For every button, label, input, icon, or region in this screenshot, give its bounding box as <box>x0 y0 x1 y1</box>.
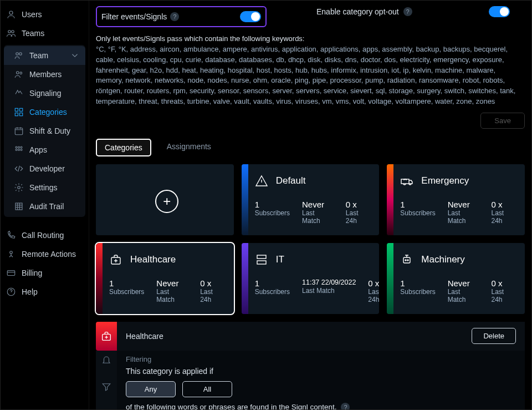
svg-rect-21 <box>7 271 15 276</box>
card-stripe <box>387 164 393 235</box>
stat-label: Last 24h <box>200 288 225 303</box>
svg-rect-10 <box>20 113 23 116</box>
tab-categories[interactable]: Categories <box>96 139 151 156</box>
ai-tab[interactable]: AI <box>103 408 110 409</box>
nav-team-head[interactable]: Team <box>4 46 85 65</box>
svg-rect-26 <box>257 261 266 264</box>
nav-label: Members <box>29 70 62 79</box>
optout-toggle[interactable] <box>489 6 510 17</box>
nav-shift-duty[interactable]: Shift & Duty <box>4 122 85 140</box>
medkit-icon <box>109 253 122 266</box>
filter-keywords: °C, °F, °K, address, aircon, ambulance, … <box>96 44 525 107</box>
nav-label: Apps <box>29 145 47 154</box>
card-title-text: Machinery <box>421 254 464 265</box>
bell-icon[interactable] <box>101 355 111 366</box>
category-filtering: AI Filtering This category is applied if… <box>96 351 525 409</box>
stat-label: Last 24h <box>368 288 379 303</box>
help-icon[interactable]: ? <box>341 403 350 409</box>
warning-icon <box>255 174 268 188</box>
filter-label: Filter events/Signls <box>101 12 167 21</box>
applied-if-text: This category is applied if <box>126 367 516 376</box>
card-stripe <box>387 243 393 314</box>
nav-team-submenu: Team Members Signaling Categories Shift … <box>4 45 85 217</box>
category-cards: + Default 1Subscribers NeverLast Match 0… <box>96 164 525 314</box>
stat-value: Never <box>302 200 334 209</box>
nav-developer[interactable]: Developer <box>4 159 85 178</box>
nav-remote-actions[interactable]: Remote Actions <box>1 245 89 264</box>
stat-label: Subscribers <box>109 288 144 296</box>
nav-members[interactable]: Members <box>4 65 85 84</box>
nav-users[interactable]: Users <box>1 5 89 24</box>
filter-events-toggle[interactable] <box>240 11 261 22</box>
card-it[interactable]: IT 1Subscribers 11:37 22/09/2022Last Mat… <box>242 243 380 314</box>
filter-description: Only let events/Signls pass which contai… <box>96 34 525 107</box>
card-stripe <box>242 164 248 235</box>
nav-apps[interactable]: Apps <box>4 140 85 159</box>
nav-label: Signaling <box>29 89 62 98</box>
card-default[interactable]: Default 1Subscribers NeverLast Match 0 x… <box>242 164 380 235</box>
stat-value: 11:37 22/09/2022 <box>302 279 356 287</box>
gear-icon <box>14 183 24 193</box>
all-button[interactable]: All <box>182 381 232 397</box>
categories-icon <box>14 107 24 117</box>
detail-stripe <box>96 322 117 351</box>
add-category-card[interactable]: + <box>96 164 234 235</box>
nav-call-routing[interactable]: Call Routing <box>1 226 89 245</box>
stat-label: Last 24h <box>491 288 516 303</box>
nav-label: Billing <box>22 269 42 277</box>
billing-icon <box>6 268 16 278</box>
svg-rect-8 <box>20 108 23 111</box>
robot-icon <box>400 253 413 266</box>
nav-settings[interactable]: Settings <box>4 178 85 197</box>
optout-label: Enable category opt-out <box>316 7 399 16</box>
ambulance-icon <box>400 174 413 188</box>
stat-label: Subscribers <box>400 209 435 217</box>
server-icon <box>255 253 268 266</box>
nav-teams[interactable]: Teams <box>1 24 89 43</box>
card-emergency[interactable]: Emergency 1Subscribers NeverLast Match 0… <box>387 164 525 235</box>
card-machinery[interactable]: Machinery 1Subscribers NeverLast Match 0… <box>387 243 525 314</box>
delete-button[interactable]: Delete <box>472 328 516 344</box>
help-icon[interactable]: ? <box>170 12 179 21</box>
card-title-text: Healthcare <box>130 254 176 265</box>
save-button[interactable]: Save <box>480 113 525 129</box>
filter-icon[interactable] <box>101 382 111 393</box>
tab-assignments[interactable]: Assignments <box>159 139 219 156</box>
svg-rect-9 <box>15 113 18 116</box>
stat-value: Never <box>156 279 188 288</box>
nav-help[interactable]: Help <box>1 282 89 301</box>
card-title-text: Emergency <box>421 175 469 186</box>
filter-side-icons: AI <box>96 351 117 409</box>
nav-signaling[interactable]: Signaling <box>4 84 85 103</box>
svg-rect-23 <box>401 179 409 184</box>
phone-icon <box>6 230 16 240</box>
svg-point-17 <box>21 149 22 151</box>
calendar-icon <box>14 126 24 136</box>
nav-label: Call Routing <box>22 231 64 240</box>
filter-events-highlight: Filter events/Signls ? <box>96 6 267 27</box>
tabs: Categories Assignments <box>96 139 525 156</box>
svg-point-18 <box>18 186 21 189</box>
any-button[interactable]: Any <box>126 381 176 397</box>
nav-audit-trail[interactable]: Audit Trail <box>4 197 85 216</box>
svg-point-5 <box>17 72 19 74</box>
stat-label: Subscribers <box>255 209 290 217</box>
nav-categories[interactable]: Categories <box>4 103 85 122</box>
help-icon[interactable]: ? <box>403 7 412 16</box>
apps-icon <box>14 145 24 155</box>
svg-point-29 <box>407 260 408 261</box>
nav-billing[interactable]: Billing <box>1 264 89 282</box>
stat-label: Last Match <box>302 209 334 225</box>
remote-icon <box>6 249 16 259</box>
svg-point-3 <box>16 53 19 55</box>
svg-point-12 <box>16 146 17 148</box>
card-healthcare[interactable]: Healthcare 1Subscribers NeverLast Match … <box>96 243 234 314</box>
stat-label: Last 24h <box>346 209 371 225</box>
svg-rect-11 <box>15 128 23 135</box>
svg-point-6 <box>20 72 22 74</box>
stat-value: 1 <box>255 279 290 288</box>
stat-value: Never <box>448 279 479 288</box>
help-icon <box>6 287 16 297</box>
nav-label: Audit Trail <box>29 202 64 211</box>
detail-title: Healthcare <box>126 332 163 341</box>
